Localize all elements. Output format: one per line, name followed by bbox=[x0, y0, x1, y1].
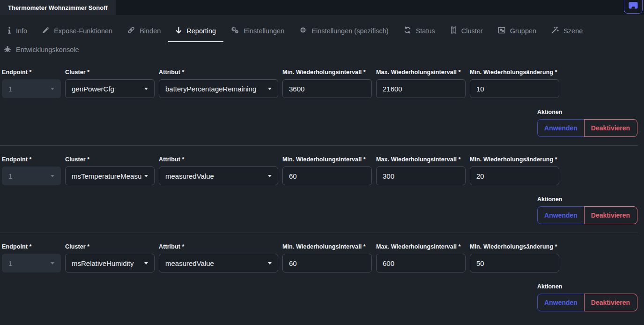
object-group-icon bbox=[498, 27, 505, 35]
tab-cluster[interactable]: Cluster bbox=[443, 20, 490, 42]
max-interval-label: Max. Wiederholungsintervall * bbox=[376, 243, 466, 250]
attribute-label: Attribut * bbox=[159, 243, 278, 250]
gear-icon bbox=[299, 26, 307, 35]
tab-reporting[interactable]: Reporting bbox=[168, 20, 223, 42]
chevron-down-icon bbox=[268, 175, 272, 177]
disable-button[interactable]: Deaktivieren bbox=[584, 206, 637, 224]
max-interval-input[interactable] bbox=[376, 254, 466, 272]
link-icon bbox=[127, 26, 135, 35]
min-interval-input[interactable] bbox=[282, 166, 372, 185]
tab-entwicklungskonsole[interactable]: Entwicklungskonsole bbox=[0, 42, 87, 60]
chevron-down-icon bbox=[51, 88, 54, 90]
endpoint-value: 1 bbox=[8, 259, 12, 267]
actions-button-group: Anwenden Deaktivieren bbox=[537, 119, 638, 137]
chevron-down-icon bbox=[268, 88, 272, 90]
device-title: Thermometer Wohnzimmer Sonoff bbox=[0, 0, 116, 15]
topbar: Thermometer Wohnzimmer Sonoff bbox=[0, 0, 644, 15]
min-interval-label: Min. Wiederholungsintervall * bbox=[282, 243, 372, 250]
gears-icon bbox=[231, 26, 239, 35]
tab-szene[interactable]: Szene bbox=[544, 20, 590, 42]
max-interval-input[interactable] bbox=[376, 166, 466, 185]
chevron-down-icon bbox=[144, 88, 148, 90]
actions-button-group: Anwenden Deaktivieren bbox=[537, 206, 638, 224]
endpoint-select: 1 bbox=[2, 166, 61, 185]
tab-expose-funktionen[interactable]: Expose-Funktionen bbox=[35, 20, 120, 42]
min-change-label: Min. Wiederholungsänderung * bbox=[470, 156, 559, 163]
row-divider bbox=[0, 233, 638, 233]
min-change-label: Min. Wiederholungsänderung * bbox=[470, 69, 559, 76]
actions-button-group: Anwenden Deaktivieren bbox=[537, 294, 638, 311]
min-change-input[interactable] bbox=[470, 254, 559, 272]
reporting-row: Endpoint * 1 Cluster * msTemperatureMeas… bbox=[2, 156, 638, 224]
reporting-row: Endpoint * 1 Cluster * msRelativeHumidit… bbox=[2, 243, 638, 311]
cluster-value: msRelativeHumidity bbox=[72, 259, 134, 267]
endpoint-select: 1 bbox=[2, 254, 61, 272]
disable-button[interactable]: Deaktivieren bbox=[584, 294, 637, 311]
min-interval-label: Min. Wiederholungsintervall * bbox=[282, 69, 372, 76]
row-divider bbox=[0, 145, 638, 146]
chevron-down-icon bbox=[51, 262, 54, 265]
min-interval-label: Min. Wiederholungsintervall * bbox=[282, 156, 372, 163]
pencil-icon bbox=[42, 27, 49, 35]
tab-binden[interactable]: Binden bbox=[120, 20, 168, 42]
tab-label: Info bbox=[16, 27, 27, 35]
min-interval-input[interactable] bbox=[282, 254, 372, 272]
cluster-select[interactable]: genPowerCfg bbox=[65, 79, 155, 98]
attribute-value: measuredValue bbox=[165, 259, 214, 267]
laptop-icon bbox=[628, 1, 638, 11]
device-pip-button[interactable] bbox=[624, 0, 643, 14]
bug-icon bbox=[4, 45, 11, 54]
apply-button[interactable]: Anwenden bbox=[537, 206, 585, 224]
reporting-row: Endpoint * 1 Cluster * genPowerCfg Attri… bbox=[2, 69, 638, 137]
min-change-input[interactable] bbox=[470, 166, 559, 185]
min-interval-input[interactable] bbox=[282, 79, 372, 98]
info-icon bbox=[7, 27, 11, 35]
tab-info[interactable]: Info bbox=[0, 20, 35, 42]
tab-einstellungen-spezifisch[interactable]: Einstellungen (spezifisch) bbox=[292, 20, 396, 42]
tab-label: Entwicklungskonsole bbox=[16, 46, 79, 53]
endpoint-select: 1 bbox=[2, 79, 61, 98]
tab-label: Gruppen bbox=[510, 27, 536, 35]
cluster-label: Cluster * bbox=[65, 243, 155, 250]
tab-label: Szene bbox=[563, 27, 583, 35]
endpoint-label: Endpoint * bbox=[2, 243, 61, 250]
cluster-value: msTemperatureMeasure bbox=[72, 172, 141, 180]
tab-label: Einstellungen bbox=[244, 27, 284, 35]
actions-label: Aktionen bbox=[537, 196, 638, 203]
cluster-select[interactable]: msRelativeHumidity bbox=[65, 254, 155, 272]
cluster-select[interactable]: msTemperatureMeasure bbox=[65, 166, 155, 185]
chevron-down-icon bbox=[144, 175, 148, 177]
max-interval-label: Max. Wiederholungsintervall * bbox=[376, 69, 466, 76]
cluster-label: Cluster * bbox=[65, 156, 155, 163]
tab-bar: Info Expose-Funktionen Binden Reporti bbox=[0, 15, 644, 60]
actions-label: Aktionen bbox=[537, 109, 638, 115]
attribute-select[interactable]: measuredValue bbox=[159, 254, 278, 272]
min-change-input[interactable] bbox=[470, 79, 559, 98]
arrow-down-icon bbox=[176, 27, 182, 35]
tab-einstellungen[interactable]: Einstellungen bbox=[223, 20, 292, 42]
receipt-icon bbox=[450, 26, 457, 35]
attribute-select[interactable]: batteryPercentageRemaining bbox=[159, 79, 278, 98]
endpoint-value: 1 bbox=[8, 172, 12, 180]
attribute-select[interactable]: measuredValue bbox=[159, 166, 278, 185]
min-change-label: Min. Wiederholungsänderung * bbox=[470, 243, 559, 250]
apply-button[interactable]: Anwenden bbox=[537, 119, 585, 137]
attribute-value: batteryPercentageRemaining bbox=[165, 85, 256, 93]
attribute-label: Attribut * bbox=[159, 156, 278, 163]
chevron-down-icon bbox=[144, 262, 148, 265]
endpoint-label: Endpoint * bbox=[2, 156, 61, 163]
tab-status[interactable]: Status bbox=[396, 20, 443, 42]
tab-label: Cluster bbox=[461, 27, 483, 35]
chevron-down-icon bbox=[51, 175, 54, 177]
cluster-value: genPowerCfg bbox=[72, 85, 114, 93]
actions-label: Aktionen bbox=[537, 283, 638, 290]
magic-wand-icon bbox=[551, 26, 559, 35]
disable-button[interactable]: Deaktivieren bbox=[584, 119, 637, 137]
tab-gruppen[interactable]: Gruppen bbox=[490, 20, 544, 42]
endpoint-label: Endpoint * bbox=[2, 69, 61, 76]
sync-icon bbox=[404, 26, 411, 35]
max-interval-input[interactable] bbox=[376, 79, 466, 98]
attribute-label: Attribut * bbox=[159, 69, 278, 76]
endpoint-value: 1 bbox=[8, 85, 12, 93]
apply-button[interactable]: Anwenden bbox=[537, 294, 585, 311]
